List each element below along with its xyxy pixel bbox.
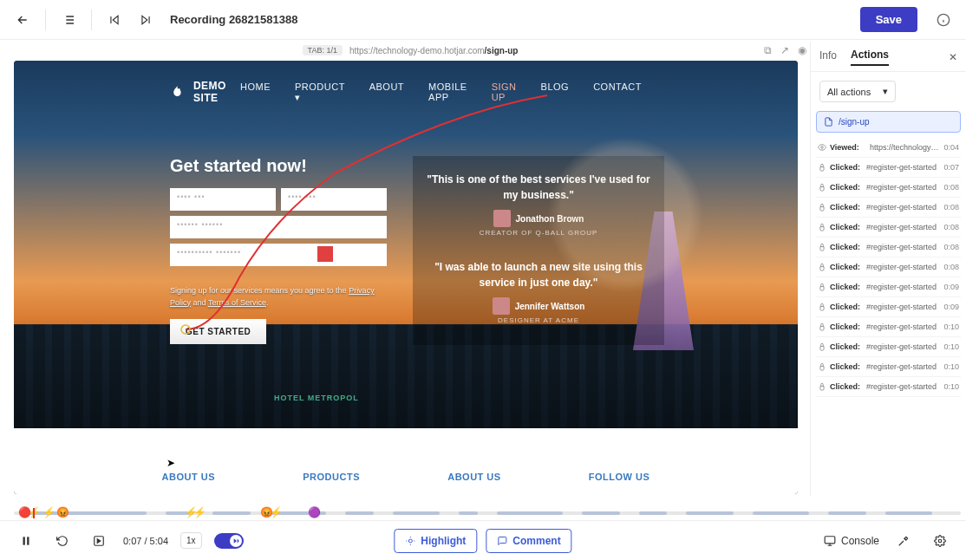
page-chip[interactable]: /sign-up	[816, 111, 961, 133]
info-icon[interactable]	[931, 8, 956, 32]
event-row[interactable]: Clicked:#register-get-started0:10	[816, 337, 961, 357]
site-nav: DEMO SITE HOMEPRODUCT ▾ABOUTMOBILE APPSI…	[14, 80, 798, 104]
timeline-marker[interactable]: ⚡	[42, 506, 55, 518]
events-list[interactable]: Viewed:https://technology-demo.ho…0:04Cl…	[811, 138, 966, 496]
highlight-button[interactable]: Highlight	[394, 529, 477, 553]
actions-panel: Info Actions ✕ All actions▾ /sign-up Vie…	[810, 42, 966, 496]
copy-icon[interactable]: ⧉	[764, 44, 772, 56]
first-name-input[interactable]	[170, 188, 276, 211]
site-footer: ABOUT USPRODUCTSABOUT USFOLLOW US	[14, 428, 798, 494]
actions-filter[interactable]: All actions▾	[819, 81, 896, 102]
event-row[interactable]: Clicked:#register-get-started0:10	[816, 377, 961, 397]
next-recording-button[interactable]	[134, 8, 158, 32]
footer-link[interactable]: FOLLOW US	[589, 472, 650, 482]
event-row[interactable]: Viewed:https://technology-demo.ho…0:04	[816, 138, 961, 158]
svg-point-6	[408, 539, 412, 543]
playback-bar: 0:07 / 5:04 1x Highlight Comment Console	[0, 520, 966, 560]
nav-about[interactable]: ABOUT	[369, 81, 404, 103]
tos-link[interactable]: Terms of Service	[208, 298, 266, 307]
hero-section: HOTEL METROPOL DEMO SITE HOMEPRODUCT ▾AB…	[14, 61, 798, 428]
site-logo[interactable]: DEMO SITE	[170, 80, 240, 104]
svg-point-2	[821, 147, 824, 149]
event-row[interactable]: Clicked:#register-get-started0:08	[816, 257, 961, 277]
avatar	[493, 297, 510, 315]
url-bar: TAB: 1/1 https://technology-demo.hotjar.…	[14, 42, 806, 59]
back-button[interactable]	[10, 8, 35, 32]
settings-icon[interactable]	[928, 529, 952, 553]
nav-blog[interactable]: BLOG	[541, 81, 570, 103]
svg-rect-3	[23, 537, 25, 544]
comment-button[interactable]: Comment	[486, 529, 571, 553]
get-started-button[interactable]: GET STARTED	[170, 319, 266, 344]
legal-text: Signing up for our services means you ag…	[170, 285, 387, 309]
last-name-input[interactable]	[281, 188, 387, 211]
skip-button[interactable]	[87, 529, 111, 553]
svg-rect-7	[825, 536, 835, 543]
hotel-sign: HOTEL METROPOL	[274, 394, 359, 402]
testimonials: "This is one of the best services I've u…	[413, 156, 664, 345]
event-row[interactable]: Clicked:#register-get-started0:09	[816, 297, 961, 317]
speed-selector[interactable]: 1x	[180, 532, 202, 549]
event-row[interactable]: Clicked:#register-get-started0:09	[816, 277, 961, 297]
svg-point-8	[938, 539, 942, 543]
email-input[interactable]	[170, 216, 387, 238]
flame-icon	[170, 82, 185, 101]
privacy-link[interactable]: Privacy Policy	[170, 286, 375, 307]
avatar	[493, 210, 511, 227]
pause-button[interactable]	[14, 529, 38, 553]
comment-icon	[497, 536, 507, 546]
console-icon	[824, 535, 836, 547]
playback-time: 0:07 / 5:04	[123, 536, 168, 546]
event-row[interactable]: Clicked:#register-get-started0:10	[816, 357, 961, 377]
timeline[interactable]: 🔴⚡⚡😡⚡⚡😡⚡🟣	[14, 506, 961, 520]
event-row[interactable]: Clicked:#register-get-started0:07	[816, 158, 961, 178]
mouse-path	[14, 61, 798, 428]
event-row[interactable]: Clicked:#register-get-started0:08	[816, 238, 961, 257]
save-button[interactable]: Save	[860, 7, 917, 32]
camera-icon[interactable]: ◉	[798, 44, 806, 56]
rewind-button[interactable]	[50, 529, 75, 553]
password-input[interactable]	[170, 244, 387, 266]
recording-title: Recording 26821581388	[170, 13, 297, 26]
timeline-marker[interactable]: ⚡	[270, 506, 283, 518]
timeline-marker[interactable]: ⚡	[193, 506, 206, 518]
recording-viewport: HOTEL METROPOL DEMO SITE HOMEPRODUCT ▾AB…	[14, 61, 798, 494]
chevron-down-icon: ▾	[883, 86, 888, 97]
svg-point-1	[181, 325, 190, 334]
signup-form: Get started now! Signing up for our serv…	[170, 156, 387, 344]
signup-heading: Get started now!	[170, 156, 387, 176]
prev-recording-button[interactable]	[102, 8, 127, 32]
event-row[interactable]: Clicked:#register-get-started0:08	[816, 198, 961, 218]
skip-inactivity-toggle[interactable]	[214, 533, 244, 549]
nav-product-[interactable]: PRODUCT ▾	[295, 81, 345, 103]
nav-mobile-app[interactable]: MOBILE APP	[428, 81, 467, 103]
tools-icon[interactable]	[891, 529, 916, 553]
tab-info[interactable]: Info	[819, 49, 837, 65]
console-button[interactable]: Console	[824, 535, 879, 547]
nav-contact[interactable]: CONTACT	[593, 81, 642, 103]
nav-home[interactable]: HOME	[240, 81, 271, 103]
highlight-icon	[405, 536, 415, 546]
nav-sign-up[interactable]: SIGN UP	[492, 81, 517, 103]
cursor-icon: ➤	[166, 457, 175, 469]
page-icon	[824, 117, 833, 127]
tab-indicator: TAB: 1/1	[303, 45, 343, 55]
page-url: https://technology-demo.hotjar.com/sign-…	[349, 46, 519, 55]
event-row[interactable]: Clicked:#register-get-started0:10	[816, 317, 961, 337]
app-toolbar: Recording 26821581388 Save	[0, 0, 966, 40]
footer-link[interactable]: ABOUT US	[162, 472, 215, 482]
close-panel-button[interactable]: ✕	[949, 51, 957, 63]
timeline-marker[interactable]: 😡	[56, 506, 69, 518]
timeline-marker[interactable]: 🟣	[308, 506, 321, 518]
event-row[interactable]: Clicked:#register-get-started0:08	[816, 178, 961, 198]
svg-rect-4	[27, 537, 29, 544]
footer-link[interactable]: PRODUCTS	[303, 472, 360, 482]
footer-link[interactable]: ABOUT US	[447, 472, 500, 482]
timeline-marker[interactable]: ⚡	[28, 506, 41, 518]
tab-actions[interactable]: Actions	[851, 49, 889, 66]
list-button[interactable]	[56, 8, 81, 32]
event-row[interactable]: Clicked:#register-get-started0:08	[816, 218, 961, 238]
open-icon[interactable]: ↗	[780, 44, 789, 56]
